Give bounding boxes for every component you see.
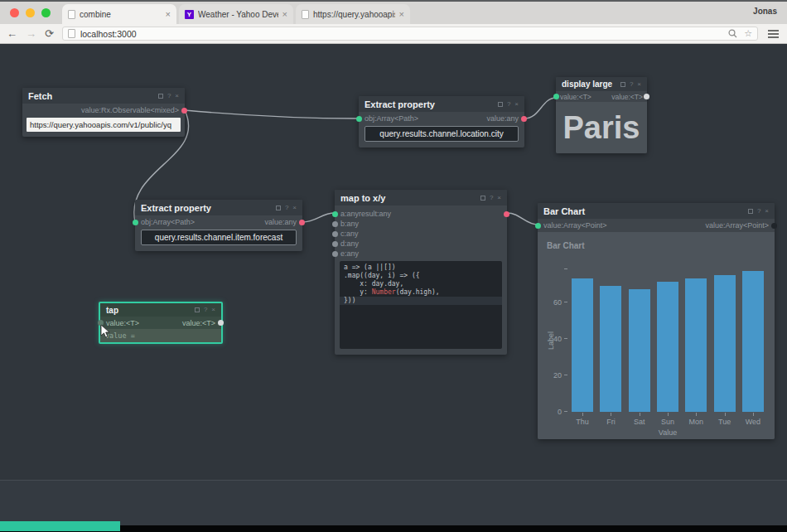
help-icon[interactable]: ?: [630, 81, 633, 88]
output-port-dot[interactable]: [644, 94, 649, 99]
output-port-dot[interactable]: [504, 211, 509, 217]
menu-icon[interactable]: [766, 28, 780, 40]
collapse-icon[interactable]: [620, 82, 625, 87]
node-title: Extract property: [141, 203, 276, 213]
node-extract-city[interactable]: Extract property ? × obj:Array<Path> val…: [359, 96, 524, 148]
zoom-window-button[interactable]: [41, 8, 51, 17]
help-icon[interactable]: ?: [167, 93, 171, 99]
tab-combine[interactable]: combine ×: [62, 4, 176, 24]
output-port-label: value:Rx.Observable<mixed>: [81, 106, 179, 114]
collapse-icon[interactable]: [195, 307, 200, 312]
x-tick-label: Tue: [718, 418, 731, 426]
collapse-icon[interactable]: [276, 206, 281, 210]
collapse-icon[interactable]: [498, 102, 503, 107]
document-favicon-icon: [68, 10, 75, 19]
input-port-label: a:any: [340, 210, 359, 218]
collapse-icon[interactable]: [158, 94, 163, 99]
node-header[interactable]: tap ? ×: [100, 303, 221, 317]
input-port-dot-c[interactable]: [332, 231, 338, 237]
input-port-dot[interactable]: [535, 223, 541, 229]
output-port-dot[interactable]: [181, 108, 187, 114]
forward-button[interactable]: →: [26, 28, 36, 39]
tap-value-field[interactable]: value =: [100, 329, 221, 342]
close-icon[interactable]: ×: [292, 205, 297, 211]
chart-bar-thu: [572, 278, 593, 412]
input-port-dot-d[interactable]: [332, 241, 338, 247]
node-header[interactable]: display large ? ×: [556, 77, 647, 91]
help-icon[interactable]: ?: [507, 101, 510, 108]
close-icon[interactable]: ×: [497, 195, 501, 201]
node-header[interactable]: map to x/y ? ×: [335, 190, 507, 206]
yahoo-favicon-icon: Y: [185, 10, 194, 19]
close-icon[interactable]: ×: [175, 93, 179, 99]
help-icon[interactable]: ?: [204, 307, 207, 313]
node-fetch[interactable]: Fetch ? × value:Rx.Observable<mixed> htt…: [22, 88, 185, 137]
output-port-label: value:<T>: [182, 319, 215, 327]
y-tick-label: 0: [543, 408, 562, 416]
collapse-icon[interactable]: [480, 196, 485, 201]
browser-toolbar: ← → ⟳ localhost:3000 ☆: [0, 24, 787, 44]
path-input[interactable]: query.results.channel.item.forecast: [141, 230, 297, 245]
close-icon[interactable]: ×: [765, 208, 769, 215]
node-title: map to x/y: [340, 193, 480, 203]
path-input[interactable]: query.results.channel.location.city: [365, 126, 519, 142]
close-icon[interactable]: ×: [514, 101, 519, 108]
back-button[interactable]: ←: [7, 28, 17, 39]
output-port-dot[interactable]: [771, 223, 777, 229]
x-tick-label: Wed: [746, 418, 760, 426]
address-bar[interactable]: localhost:3000 ☆: [62, 27, 758, 41]
help-icon[interactable]: ?: [757, 208, 760, 215]
node-bar-chart[interactable]: Bar Chart ? × value:Array<Point> value:A…: [538, 203, 775, 439]
input-port-label: e:any: [340, 249, 359, 258]
search-icon[interactable]: [728, 29, 737, 38]
node-header[interactable]: Extract property ? ×: [359, 96, 524, 112]
collapse-icon[interactable]: [748, 209, 753, 214]
tab-yahoo-weather[interactable]: Y Weather - Yahoo Develope ×: [179, 4, 293, 24]
close-icon[interactable]: ×: [637, 81, 641, 88]
bottom-panel: [0, 480, 787, 525]
node-header[interactable]: Fetch ? ×: [22, 88, 185, 104]
tab-close-icon[interactable]: ×: [166, 10, 171, 19]
tab-close-icon[interactable]: ×: [399, 10, 404, 19]
tab-title: Weather - Yahoo Develope: [198, 10, 278, 19]
help-icon[interactable]: ?: [490, 195, 493, 201]
node-editor-canvas[interactable]: Fetch ? × value:Rx.Observable<mixed> htt…: [0, 44, 787, 480]
tab-yahooapis[interactable]: https://query.yahooapis.co ×: [296, 4, 410, 24]
input-port-label: obj:Array<Path>: [365, 114, 418, 123]
input-port-dot-b[interactable]: [332, 221, 338, 227]
tab-close-icon[interactable]: ×: [282, 10, 287, 19]
input-port-dot-e[interactable]: [332, 251, 338, 257]
output-port-dot[interactable]: [218, 320, 224, 326]
y-axis-label: Label: [547, 331, 555, 350]
chart-bar-fri: [600, 286, 621, 412]
node-tap[interactable]: tap ? × value:<T> value:<T> value =: [99, 302, 223, 344]
tab-title: combine: [80, 10, 162, 19]
wire-fetch-to-extract-city: [185, 110, 359, 118]
close-icon[interactable]: ×: [211, 307, 215, 313]
node-map-to-xy[interactable]: map to x/y ? × a:any result:any b:any c: [335, 190, 507, 355]
node-header[interactable]: Bar Chart ? ×: [538, 203, 775, 219]
close-window-button[interactable]: [10, 8, 19, 17]
output-port-label: result:any: [359, 210, 391, 218]
input-port-dot-a[interactable]: [332, 211, 338, 217]
fetch-url-input[interactable]: https://query.yahooapis.com/v1/public/yq: [27, 118, 181, 132]
video-progress-bar[interactable]: [0, 521, 120, 531]
help-icon[interactable]: ?: [285, 205, 288, 211]
tab-title: https://query.yahooapis.co: [313, 10, 395, 19]
input-port-dot[interactable]: [133, 220, 138, 225]
profile-name[interactable]: Jonas: [753, 7, 777, 16]
node-extract-forecast[interactable]: Extract property ? × obj:Array<Path> val…: [135, 200, 302, 251]
node-display-large[interactable]: display large ? × value:<T> value:<T> Pa…: [556, 77, 647, 153]
output-port-dot[interactable]: [299, 220, 305, 225]
x-tick-label: Fri: [606, 418, 616, 426]
minimize-window-button[interactable]: [26, 8, 35, 17]
reload-button[interactable]: ⟳: [45, 28, 54, 39]
wire-extract-forecast-to-map: [302, 213, 335, 222]
input-port-dot[interactable]: [553, 94, 559, 99]
url-text[interactable]: localhost:3000: [80, 29, 723, 39]
node-header[interactable]: Extract property ? ×: [135, 200, 302, 215]
bookmark-star-icon[interactable]: ☆: [744, 28, 752, 39]
output-port-dot[interactable]: [521, 116, 527, 122]
code-editor[interactable]: a => (a ||[]).map((day, i) => ({ x: day.…: [340, 261, 502, 349]
input-port-dot[interactable]: [356, 116, 362, 122]
